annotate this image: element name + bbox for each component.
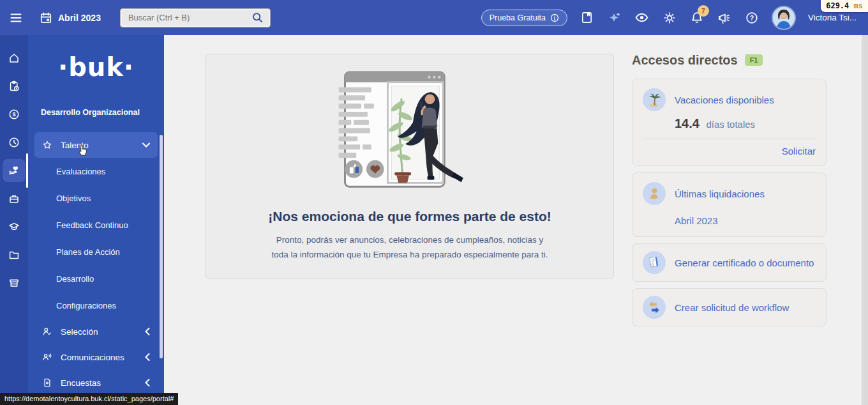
library-button[interactable] <box>580 10 595 26</box>
rail-item-training[interactable] <box>3 215 26 238</box>
settings-button[interactable] <box>662 10 677 26</box>
rail-item-time[interactable] <box>3 131 26 154</box>
help-button[interactable]: ? <box>744 10 760 26</box>
sidebar-item-label: Comunicaciones <box>61 353 137 362</box>
eye-icon <box>634 10 649 25</box>
search-box[interactable] <box>120 8 271 27</box>
sidebar-section-label: Desarrollo Organizacional <box>41 108 164 117</box>
rail-item-files[interactable] <box>3 243 26 266</box>
sidebar-subitem-feedback-continuo[interactable]: Feedback Continuo <box>28 211 164 238</box>
palm-tree-icon <box>643 88 666 111</box>
request-vacation-link[interactable]: Solicitar <box>643 146 816 157</box>
clock-icon <box>8 137 20 148</box>
shortcuts-title: Accesos directos <box>632 52 738 68</box>
svg-text:?: ? <box>750 13 754 21</box>
rail-item-payroll[interactable]: $ <box>3 103 26 126</box>
sparkles-icon <box>608 11 622 25</box>
home-icon <box>8 52 20 64</box>
shortcut-title: Crear solicitud de workflow <box>675 302 789 313</box>
shortcut-title: Generar certificado o documento <box>675 257 814 268</box>
rail-item-home[interactable] <box>3 47 26 70</box>
rail-item-schedule[interactable] <box>3 75 26 98</box>
assistant-button[interactable] <box>607 10 622 26</box>
survey-icon <box>42 378 52 388</box>
workflow-arrows-icon <box>643 296 666 319</box>
period-label: Abril 2023 <box>58 13 101 23</box>
link-preview-statusbar: https://demotalentoycultura.buk.cl/stati… <box>0 393 178 405</box>
money-icon: $ <box>8 109 20 120</box>
search-input[interactable] <box>127 12 251 23</box>
module-rail: $ <box>0 35 28 405</box>
load-time-unit: ms <box>854 1 863 10</box>
subitem-label: Feedback Continuo <box>56 220 128 230</box>
main-content: ¡Nos emociona de que formes parte de est… <box>164 35 868 405</box>
chevron-left-icon <box>145 328 150 335</box>
period-selector[interactable]: Abril 2023 <box>40 11 101 24</box>
welcome-illustration <box>336 68 483 197</box>
page-scrollbar[interactable] <box>862 35 868 405</box>
chevron-left-icon <box>145 353 150 361</box>
shortcut-card-certificate[interactable]: Generar certificado o documento <box>632 243 827 282</box>
person-icon <box>643 182 666 205</box>
rail-item-company[interactable] <box>3 271 26 294</box>
menu-button[interactable] <box>9 11 23 25</box>
search-icon[interactable] <box>251 11 264 24</box>
rail-item-talent[interactable] <box>3 159 26 182</box>
announcements-button[interactable] <box>717 10 732 26</box>
rail-item-jobs[interactable] <box>3 187 26 210</box>
sidebar-item-comunicaciones[interactable]: Comunicaciones <box>34 344 158 370</box>
subitem-label: Objetivos <box>56 194 91 203</box>
sidebar-item-talento[interactable]: Talento <box>34 132 158 158</box>
divider <box>643 139 816 139</box>
storefront-icon <box>8 277 20 289</box>
sidebar-item-label: Encuestas <box>61 378 137 388</box>
hamburger-icon <box>9 11 23 25</box>
topbar-actions: Prueba Gratuita <box>481 6 860 30</box>
trial-label: Prueba Gratuita <box>490 13 546 22</box>
graduation-cap-icon <box>8 221 20 233</box>
document-icon <box>643 251 666 274</box>
welcome-title: ¡Nos emociona de que formes parte de est… <box>206 209 613 224</box>
trial-button[interactable]: Prueba Gratuita <box>481 10 567 26</box>
sidebar-item-encuestas[interactable]: Encuestas <box>34 370 158 395</box>
page-load-time-overlay: 629.4 ms <box>821 0 868 12</box>
payslip-month-link[interactable]: Abril 2023 <box>675 215 816 226</box>
sidebar-subitem-desarrollo[interactable]: Desarrollo <box>28 265 164 292</box>
sidebar-subitem-objetivos[interactable]: Objetivos <box>28 185 164 211</box>
avatar[interactable] <box>772 6 796 30</box>
subitem-label: Evaluaciones <box>56 167 105 176</box>
briefcase-icon <box>8 193 20 204</box>
shortcut-card-vacations[interactable]: Vacaciones disponibles 14.4 días totales… <box>632 79 827 166</box>
notification-count-badge: 7 <box>698 5 709 17</box>
vacation-days-value: 14.4 <box>675 116 700 130</box>
info-icon <box>550 13 559 22</box>
sidebar-scrollbar[interactable] <box>160 135 163 358</box>
calendar-icon <box>40 11 52 24</box>
sidebar-subitem-planes-de-accion[interactable]: Planes de Acción <box>28 238 164 265</box>
shortcut-card-payslips[interactable]: Últimas liquidaciones Abril 2023 <box>632 172 827 237</box>
shortcuts-panel: Accesos directos F1 Vacaciones disponibl… <box>632 52 827 333</box>
sidebar-subitem-configuraciones[interactable]: Configuraciones <box>28 292 164 319</box>
sidebar-item-seleccion[interactable]: Selección <box>34 319 158 344</box>
visibility-button[interactable] <box>634 10 650 26</box>
shortcut-title: Vacaciones disponibles <box>675 95 774 105</box>
svg-text:$: $ <box>12 111 15 118</box>
chevron-left-icon <box>145 379 150 386</box>
user-name[interactable]: Victoria Tsi... <box>808 13 857 22</box>
hand-heart-icon <box>8 165 20 176</box>
load-time-value: 629.4 <box>826 1 849 10</box>
sidebar-item-label: Talento <box>61 141 134 150</box>
vacation-days-suffix: días totales <box>706 119 755 130</box>
topbar: Abril 2023 Prueba Gratuita <box>0 0 868 35</box>
megaphone-icon <box>717 11 731 25</box>
person-talking-icon <box>42 352 52 362</box>
notifications-button[interactable]: 7 <box>689 10 705 26</box>
hotkey-badge: F1 <box>745 54 763 66</box>
sidebar-subitem-evaluaciones[interactable]: Evaluaciones <box>28 158 164 185</box>
subitem-label: Planes de Acción <box>56 247 120 257</box>
shortcut-card-workflow[interactable]: Crear solicitud de workflow <box>632 288 827 326</box>
folder-icon <box>8 249 20 261</box>
chevron-down-icon <box>142 142 150 148</box>
buk-logo: ·buk· <box>28 52 164 82</box>
sidebar: ·buk· Desarrollo Organizacional Talento … <box>28 35 164 405</box>
